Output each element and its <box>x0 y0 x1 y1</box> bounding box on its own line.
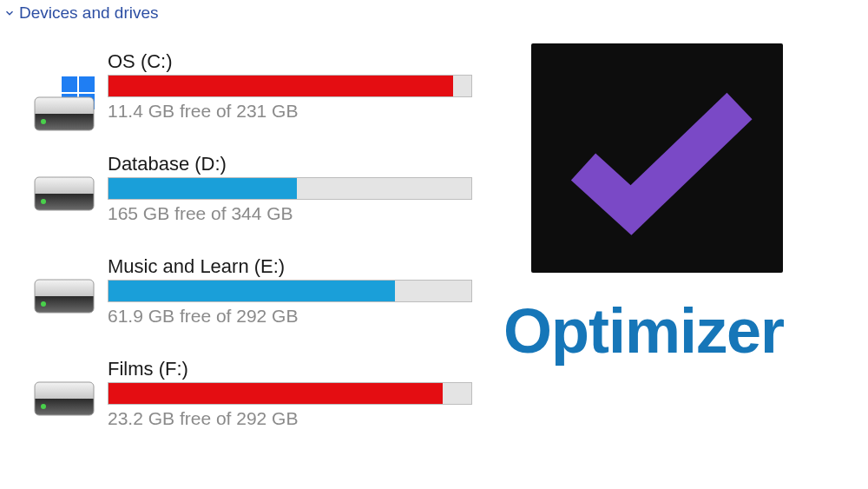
drive-free-text: 61.9 GB free of 292 GB <box>108 302 493 327</box>
optimizer-logo <box>531 43 783 273</box>
drive-item[interactable]: OS (C:) 11.4 GB free of 231 GB <box>33 50 493 122</box>
drive-item[interactable]: Music and Learn (E:) 61.9 GB free of 292… <box>33 255 493 327</box>
svg-rect-10 <box>35 382 94 415</box>
drive-free-text: 11.4 GB free of 231 GB <box>108 97 493 122</box>
devices-section-header[interactable]: Devices and drives <box>3 3 159 23</box>
drive-name: Films (F:) <box>108 358 493 382</box>
svg-point-5 <box>41 119 46 124</box>
checkmark-icon <box>557 80 757 236</box>
drive-icon-wrap <box>33 358 108 419</box>
hdd-icon <box>33 175 95 214</box>
drive-icon-wrap <box>33 255 108 316</box>
drive-body: Films (F:) 23.2 GB free of 292 GB <box>108 358 493 429</box>
drive-item[interactable]: Database (D:) 165 GB free of 344 GB <box>33 153 493 224</box>
drive-usage-bar <box>108 177 472 200</box>
drive-usage-bar <box>108 280 472 302</box>
drive-usage-fill <box>108 383 443 404</box>
hdd-icon <box>33 380 95 419</box>
drive-name: Music and Learn (E:) <box>108 255 493 280</box>
drive-list: OS (C:) 11.4 GB free of 231 GB Database … <box>33 50 493 460</box>
drive-usage-bar <box>108 75 472 97</box>
svg-rect-8 <box>35 280 94 313</box>
drive-free-text: 165 GB free of 344 GB <box>108 200 493 224</box>
drive-body: Database (D:) 165 GB free of 344 GB <box>108 153 493 224</box>
drive-usage-fill <box>108 281 395 301</box>
svg-point-9 <box>41 301 46 307</box>
drive-icon-wrap <box>33 153 108 214</box>
drive-body: OS (C:) 11.4 GB free of 231 GB <box>108 50 493 122</box>
svg-point-11 <box>41 404 46 409</box>
drive-usage-fill <box>108 76 453 96</box>
svg-rect-6 <box>35 177 94 210</box>
devices-section-title: Devices and drives <box>19 3 159 23</box>
drive-body: Music and Learn (E:) 61.9 GB free of 292… <box>108 255 493 327</box>
drive-name: Database (D:) <box>108 153 493 177</box>
drive-free-text: 23.2 GB free of 292 GB <box>108 405 493 429</box>
hdd-icon <box>33 278 95 316</box>
svg-rect-0 <box>62 76 77 92</box>
svg-rect-1 <box>79 76 95 92</box>
drive-usage-fill <box>108 178 297 199</box>
drive-item[interactable]: Films (F:) 23.2 GB free of 292 GB <box>33 358 493 429</box>
drive-name: OS (C:) <box>108 50 493 75</box>
drive-icon-wrap <box>33 50 108 111</box>
app-title: Optimizer <box>503 295 784 367</box>
chevron-down-icon <box>3 7 16 19</box>
svg-point-7 <box>41 199 46 204</box>
windows-logo-icon <box>33 73 95 111</box>
svg-rect-4 <box>35 97 94 130</box>
drive-usage-bar <box>108 382 472 405</box>
